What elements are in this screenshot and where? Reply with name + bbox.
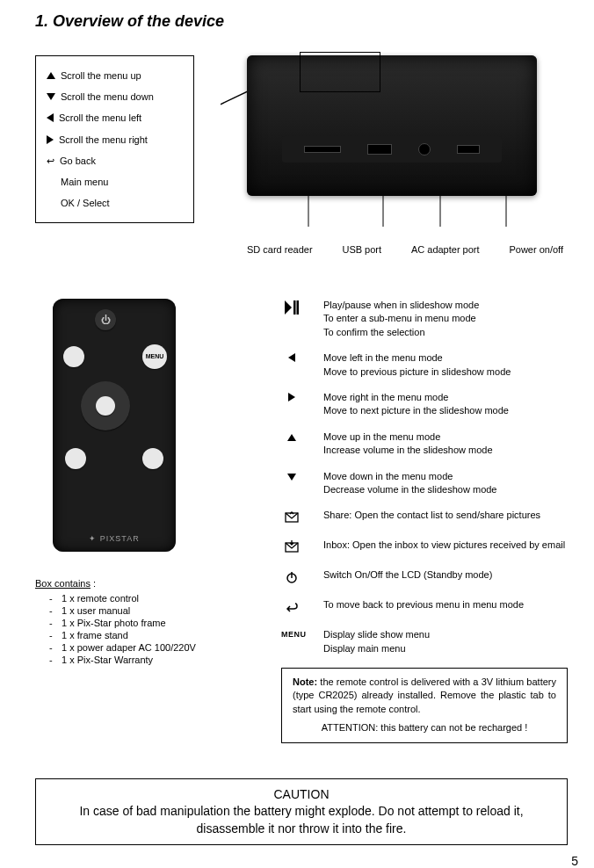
note-box: Note: the remote control is delivered wi…: [281, 668, 568, 743]
box-item: 1 x remote control: [62, 592, 255, 604]
legend-scroll-down: Scroll the menu down: [61, 86, 154, 107]
button-legend-box: Scroll the menu up Scroll the menu down …: [35, 55, 194, 223]
usb-slot-icon: [367, 144, 392, 155]
function-list: Play/pause when in slideshow mode To ent…: [281, 299, 568, 743]
func-move-up: Move up in the menu mode Increase volume…: [323, 430, 568, 458]
triangle-up-icon: [47, 72, 55, 79]
legend-go-back: Go back: [60, 150, 96, 171]
menu-button-icon: MENU: [142, 344, 167, 369]
func-play-pause: Play/pause when in slideshow mode To ent…: [323, 299, 568, 339]
page-number: 5: [571, 854, 578, 868]
share-button-icon: [65, 448, 86, 469]
box-contains-section: Box contains : 1 x remote control 1 x us…: [35, 578, 255, 666]
box-item: 1 x frame stand: [62, 629, 255, 641]
triangle-left-icon: [281, 351, 302, 364]
box-item: 1 x Pix-Star Warranty: [62, 654, 255, 666]
triangle-down-icon: [47, 93, 55, 100]
inbox-icon: [281, 539, 302, 556]
triangle-up-icon: [281, 430, 302, 443]
device-diagram: SD card reader USB port AC adapter port …: [221, 55, 568, 255]
inbox-button-icon: [142, 448, 163, 469]
page-title: 1. Overview of the device: [35, 12, 568, 31]
triangle-left-icon: [47, 113, 54, 122]
brand-label: ✦ PIXSTAR: [53, 534, 176, 543]
func-share: Share: Open the contact list to send/sha…: [323, 509, 568, 522]
caution-body: In case of bad manipulation the battery …: [48, 803, 554, 837]
port-label-power: Power on/off: [509, 244, 563, 255]
note-body: the remote control is delivered with a 3…: [293, 676, 556, 714]
power-icon: [281, 568, 302, 586]
func-power: Switch On/Off the LCD (Standby mode): [323, 568, 568, 582]
port-label-ac: AC adapter port: [411, 244, 480, 255]
box-item: 1 x Pix-Star photo frame: [62, 617, 255, 629]
dc-port-icon: [418, 143, 431, 156]
back-button-icon: [63, 346, 84, 367]
svg-rect-8: [297, 300, 300, 315]
play-pause-icon: [281, 299, 302, 316]
svg-rect-7: [293, 300, 296, 315]
triangle-down-icon: [281, 470, 302, 482]
triangle-right-icon: [47, 135, 54, 144]
note-label: Note:: [293, 676, 317, 687]
func-menu: Display slide show menu Display main men…: [323, 628, 568, 655]
legend-scroll-up: Scroll the menu up: [61, 65, 141, 86]
share-icon: [281, 509, 302, 526]
port-label-sd: SD card reader: [247, 244, 313, 255]
triangle-right-icon: [281, 391, 302, 403]
func-move-down: Move down in the menu mode Decrease volu…: [323, 470, 568, 497]
box-contains-header: Box contains: [35, 578, 91, 589]
back-arrow-icon: [281, 598, 302, 616]
func-move-right: Move right in the menu mode Move to next…: [323, 391, 568, 418]
box-item: 1 x user manual: [62, 604, 255, 617]
port-label-usb: USB port: [342, 244, 381, 255]
legend-ok-select: OK / Select: [61, 192, 110, 213]
legend-main-menu: Main menu: [61, 171, 108, 192]
remote-control-illustration: ⏻ MENU ✦ PIXSTAR: [53, 299, 176, 552]
box-item: 1 x power adaper AC 100/220V: [62, 641, 255, 654]
caution-header: CAUTION: [48, 786, 554, 804]
legend-scroll-right: Scroll the menu right: [59, 129, 148, 150]
svg-marker-6: [285, 300, 292, 315]
power-icon: ⏻: [95, 309, 116, 330]
func-inbox: Inbox: Open the inbox to view pictures r…: [323, 539, 568, 552]
legend-scroll-left: Scroll the menu left: [59, 107, 141, 128]
note-attention: ATTENTION: this battery can not be recha…: [293, 721, 556, 734]
caution-box: CAUTION In case of bad manipulation the …: [35, 778, 568, 846]
power-switch-icon: [457, 145, 480, 154]
back-arrow-icon: ↩: [47, 150, 54, 171]
func-move-left: Move left in the menu mode Move to previ…: [323, 351, 568, 379]
func-back: To move back to previous menu in menu mo…: [323, 598, 568, 611]
dpad-center-icon: [96, 396, 115, 416]
sd-slot-icon: [304, 146, 341, 153]
menu-text-icon: MENU: [281, 628, 302, 639]
